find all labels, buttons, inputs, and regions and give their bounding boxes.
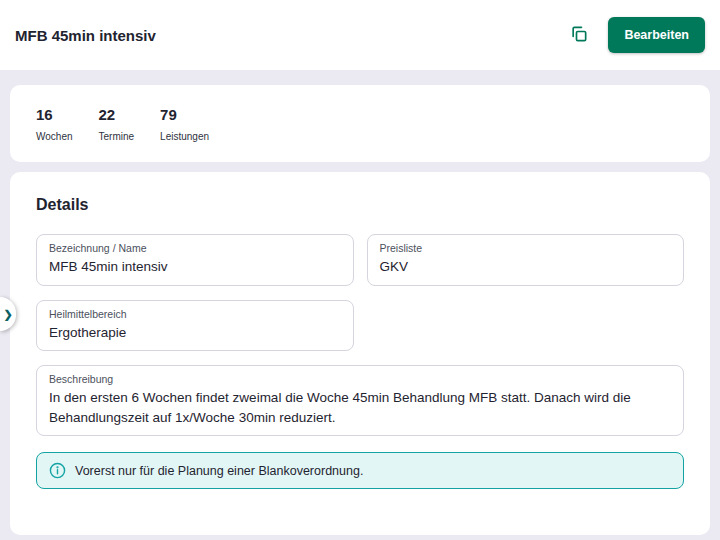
stat-value: 16: [36, 106, 73, 123]
chevron-right-icon: ❯: [3, 309, 12, 320]
stat-value: 22: [99, 106, 135, 123]
info-alert-text: Vorerst nur für die Planung einer Blanko…: [75, 464, 363, 478]
beschreibung-field-value: In den ersten 6 Wochen findet zweimal di…: [49, 390, 631, 425]
page-header: MFB 45min intensiv Bearbeiten: [0, 0, 720, 70]
copy-icon: [569, 24, 589, 47]
name-field[interactable]: Bezeichnung / Name MFB 45min intensiv: [36, 234, 354, 286]
heilmittelbereich-field[interactable]: Heilmittelbereich Ergotherapie: [36, 300, 354, 352]
beschreibung-field[interactable]: Beschreibung In den ersten 6 Wochen find…: [36, 365, 684, 436]
stat-leistungen: 79 Leistungen: [160, 106, 209, 142]
stat-wochen: 16 Wochen: [36, 106, 73, 142]
preisliste-field-value: GKV: [380, 259, 409, 274]
grid-spacer: [367, 300, 685, 352]
heilmittelbereich-field-value: Ergotherapie: [49, 325, 126, 340]
preisliste-field[interactable]: Preisliste GKV: [367, 234, 685, 286]
info-icon: [49, 462, 66, 479]
edit-button[interactable]: Bearbeiten: [608, 17, 705, 53]
beschreibung-field-label: Beschreibung: [49, 373, 671, 385]
copy-button[interactable]: [564, 20, 594, 50]
name-field-value: MFB 45min intensiv: [49, 259, 168, 274]
header-actions: Bearbeiten: [564, 17, 705, 53]
heilmittelbereich-field-label: Heilmittelbereich: [49, 308, 341, 320]
stat-label: Leistungen: [160, 131, 209, 142]
name-field-label: Bezeichnung / Name: [49, 242, 341, 254]
stat-value: 79: [160, 106, 209, 123]
page-title: MFB 45min intensiv: [15, 27, 156, 44]
info-alert: Vorerst nur für die Planung einer Blanko…: [36, 452, 684, 489]
stat-label: Termine: [99, 131, 135, 142]
details-card: Details Bezeichnung / Name MFB 45min int…: [10, 172, 710, 535]
details-section-title: Details: [36, 196, 684, 214]
stat-termine: 22 Termine: [99, 106, 135, 142]
preisliste-field-label: Preisliste: [380, 242, 672, 254]
details-fields: Bezeichnung / Name MFB 45min intensiv Pr…: [36, 234, 684, 489]
stat-label: Wochen: [36, 131, 73, 142]
stats-card: 16 Wochen 22 Termine 79 Leistungen: [10, 85, 710, 162]
